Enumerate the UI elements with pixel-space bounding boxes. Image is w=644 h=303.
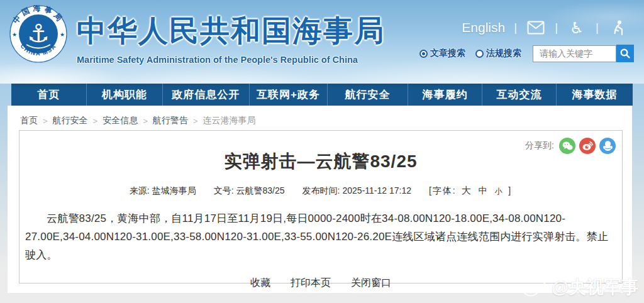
msa-website-page: 中国海事局 ★ ★ CHINA MSA ⚓ 中华人民共和国海事局 Maritim… xyxy=(0,0,644,303)
breadcrumb-safety-info[interactable]: 安全信息 xyxy=(103,115,138,126)
divider: | xyxy=(514,21,517,35)
favorite-button[interactable]: 收藏 xyxy=(250,277,270,290)
search-input[interactable] xyxy=(533,45,616,62)
meta-doc-no: 文号:云航警83/25 xyxy=(214,185,285,197)
close-window-button[interactable]: 关闭窗口 xyxy=(351,277,391,290)
meta-doc-label: 文号: xyxy=(214,185,234,196)
font-sizer-suffix: ] xyxy=(508,185,512,196)
watermark: @央视军事 xyxy=(523,275,639,299)
nav-item-functions[interactable]: 机构职能 xyxy=(86,84,162,106)
meta-source-value: 盐城海事局 xyxy=(152,185,196,196)
breadcrumb-separator: > xyxy=(43,116,48,126)
svg-text:★: ★ xyxy=(12,31,17,38)
share-row: 分享到: xyxy=(525,138,616,154)
radio-unselected-icon[interactable] xyxy=(475,50,484,58)
font-sizer-prefix: [字体: xyxy=(429,185,457,196)
nav-item-interaction[interactable]: 互动交流 xyxy=(482,84,556,106)
nav-item-compliance[interactable]: 海事履约 xyxy=(408,84,482,106)
search-button[interactable] xyxy=(616,45,634,62)
breadcrumb: 首页 > 航行安全 > 安全信息 > 航行警告 > 连云港海事局 xyxy=(8,106,632,128)
main-nav: 首页 机构职能 政府信息公开 互联网+政务 航行安全 海事履约 互动交流 海事数… xyxy=(11,84,633,106)
meta-source-label: 来源: xyxy=(130,185,150,196)
mail-icon[interactable] xyxy=(526,19,546,36)
content-panel: 首页 > 航行安全 > 安全信息 > 航行警告 > 连云港海事局 分享到: xyxy=(8,106,632,293)
search-icon xyxy=(619,48,631,59)
site-title-cn: 中华人民共和国海事局 xyxy=(77,11,385,51)
breadcrumb-separator: > xyxy=(143,116,148,126)
share-wechat-icon[interactable] xyxy=(559,138,575,154)
radio-selected-icon[interactable] xyxy=(419,50,428,58)
font-size-large-button[interactable]: 大 xyxy=(462,185,472,196)
meta-source: 来源:盐城海事局 xyxy=(130,185,196,197)
font-size-small-button[interactable]: 小 xyxy=(494,187,503,196)
print-page-button[interactable]: 打印本页 xyxy=(291,277,331,290)
article-meta: 来源:盐城海事局 文号:云航警83/25 发布时间:2025-11-12 17:… xyxy=(19,185,622,197)
share-label: 分享到: xyxy=(525,140,554,152)
radio-law-search[interactable]: 法规搜索 xyxy=(475,48,521,59)
nav-item-data[interactable]: 海事数据 xyxy=(556,84,633,106)
china-msa-logo-icon: 中国海事局 ★ ★ CHINA MSA ⚓ xyxy=(9,5,67,63)
watermark-text: @央视军事 xyxy=(552,275,639,299)
radio-article-search[interactable]: 文章搜索 xyxy=(419,48,465,59)
svg-text:⚓: ⚓ xyxy=(27,19,50,48)
site-title-en: Maritime Safety Administration of the Pe… xyxy=(77,55,385,65)
meta-publish-time: 发布时间:2025-11-12 17:12 xyxy=(303,185,411,197)
nav-item-home[interactable]: 首页 xyxy=(11,84,86,106)
radio-article-label: 文章搜索 xyxy=(430,48,465,59)
nav-item-gov-info[interactable]: 政府信息公开 xyxy=(162,84,249,106)
nav-item-nav-safety[interactable]: 航行安全 xyxy=(327,84,408,106)
radio-law-label: 法规搜索 xyxy=(486,48,521,59)
accessibility-icon[interactable]: ♿ xyxy=(567,19,587,36)
meta-time-value: 2025-11-12 17:12 xyxy=(342,185,411,196)
utility-bar: English | | ♿ | xyxy=(462,19,628,36)
font-size-medium-button[interactable]: 中 xyxy=(479,185,489,196)
elderly-icon[interactable] xyxy=(608,19,628,36)
article-box: 分享到: xyxy=(19,130,623,284)
breadcrumb-home[interactable]: 首页 xyxy=(20,115,38,126)
font-size-switcher: [字体: 大 中 小 ] xyxy=(429,185,512,197)
breadcrumb-nav-safety[interactable]: 航行安全 xyxy=(53,115,88,126)
divider: | xyxy=(555,21,558,35)
english-link[interactable]: English xyxy=(462,20,505,35)
article-body: 云航警83/25，黄海中部，自11月17日至11月19日,每日0000-2400… xyxy=(19,209,622,264)
meta-time-label: 发布时间: xyxy=(303,185,340,196)
divider: | xyxy=(596,21,599,35)
svg-text:★: ★ xyxy=(60,31,65,38)
breadcrumb-separator: > xyxy=(193,116,198,126)
breadcrumb-current: 连云港海事局 xyxy=(203,115,255,126)
site-header: 中国海事局 ★ ★ CHINA MSA ⚓ 中华人民共和国海事局 Maritim… xyxy=(0,0,644,84)
search-mode-group: 文章搜索 法规搜索 xyxy=(419,48,521,59)
site-branding: 中华人民共和国海事局 Maritime Safety Administratio… xyxy=(77,11,385,65)
breadcrumb-nav-warning[interactable]: 航行警告 xyxy=(153,115,188,126)
nav-item-internet-gov[interactable]: 互联网+政务 xyxy=(249,84,327,106)
breadcrumb-separator: > xyxy=(93,116,98,126)
meta-doc-value: 云航警83/25 xyxy=(236,185,285,196)
share-qq-icon[interactable] xyxy=(599,138,616,154)
weibo-logo-icon xyxy=(523,277,548,298)
share-weibo-icon[interactable] xyxy=(579,138,596,154)
search-bar: 文章搜索 法规搜索 xyxy=(419,45,634,62)
